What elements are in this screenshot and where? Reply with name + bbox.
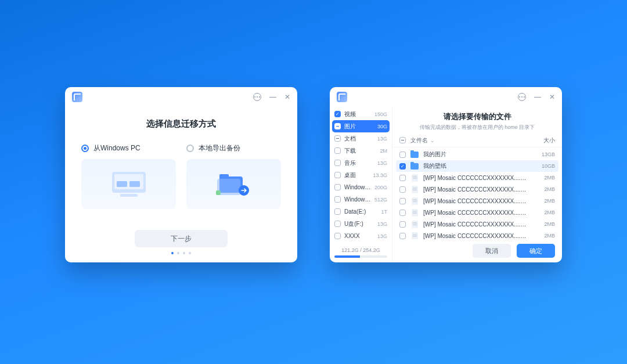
radio-icon[interactable] — [186, 145, 194, 152]
file-size: 2MB — [532, 210, 555, 215]
chevron-down-icon: ⌄ — [430, 138, 435, 143]
checkbox-icon[interactable] — [399, 198, 406, 204]
titlebar: ⋯ ✕ — [65, 87, 297, 107]
sidebar-item[interactable]: XXXX13G — [330, 230, 392, 242]
checkbox-icon[interactable] — [399, 186, 406, 193]
sidebar-item[interactable]: 音乐13G — [330, 157, 392, 169]
col-name[interactable]: 文件名⌄ — [410, 136, 527, 145]
close-icon[interactable]: ✕ — [284, 93, 290, 100]
main-title: 请选择要传输的文件 — [398, 111, 556, 122]
sidebar-item[interactable]: 视频150G — [330, 108, 392, 120]
file-icon — [410, 232, 419, 239]
more-icon[interactable]: ⋯ — [518, 93, 526, 101]
checkbox-icon[interactable] — [399, 221, 406, 228]
sidebar-item-size: 200G — [374, 185, 387, 190]
table-header: 文件名⌄ 大小 — [392, 134, 562, 147]
file-name: 我的壁纸 — [423, 162, 527, 170]
checkbox-icon[interactable] — [399, 233, 406, 239]
file-icon — [410, 208, 419, 217]
table-row[interactable]: 我的图片13GB — [396, 149, 558, 160]
option-from-windows[interactable]: 从Windows PC — [81, 143, 176, 209]
table-row[interactable]: 我的壁纸10GB — [396, 160, 558, 172]
storage-text: 121.2G / 254.2G — [334, 247, 387, 253]
file-size: 2MB — [532, 175, 555, 181]
checkbox-icon[interactable] — [399, 163, 406, 170]
sidebar-item-label: 视频 — [344, 110, 371, 118]
sidebar-item-label: Data(E:) — [344, 208, 377, 215]
table-row[interactable]: [WP] Mosaic CCCCCCCXXXXXXX....ss.jpg2MB — [396, 218, 558, 230]
sidebar-item-label: 图片 — [344, 122, 374, 131]
category-sidebar: 视频150G图片30G文档13G下载2M音乐13G桌面13.3GWindows(… — [330, 107, 392, 262]
page-title: 选择信息迁移方式 — [146, 118, 216, 129]
sidebar-item-size: 13G — [377, 233, 387, 239]
sidebar-item-size: 30G — [377, 124, 387, 129]
minimize-icon[interactable] — [534, 97, 541, 98]
checkbox-icon[interactable] — [334, 147, 341, 154]
checkbox-icon[interactable] — [334, 196, 341, 203]
table-row[interactable]: [WP] Mosaic CCCCCCCXXXXXXX....ss.jpg2MB — [396, 195, 558, 207]
checkbox-icon[interactable] — [399, 210, 406, 216]
option-local-backup[interactable]: 本地导出备份 — [186, 143, 281, 209]
checkbox-icon[interactable] — [334, 111, 341, 117]
file-name: 我的图片 — [423, 150, 527, 158]
checkbox-icon[interactable] — [334, 172, 341, 178]
file-name: [WP] Mosaic CCCCCCCXXXXXXX....ss.jpg — [423, 175, 527, 181]
table-row[interactable]: [WP] Mosaic CCCCCCCXXXXXXX....ss.jpg2MB — [396, 183, 558, 195]
table-row[interactable]: [WP] Mosaic CCCCCCCXXXXXXX....ss.jpg2MB — [396, 172, 558, 183]
sidebar-item[interactable]: Windows(C:)200G — [330, 181, 392, 193]
sidebar-item-label: Windows(D:) — [344, 196, 371, 203]
step-dots — [171, 252, 191, 254]
checkbox-icon[interactable] — [334, 135, 341, 142]
sidebar-item-label: 下载 — [344, 147, 376, 155]
cancel-button[interactable]: 取消 — [473, 244, 511, 258]
select-all-checkbox[interactable] — [399, 137, 406, 143]
sidebar-item-size: 13.3G — [373, 172, 387, 178]
sidebar-item[interactable]: 文档13G — [330, 132, 392, 145]
minimize-icon[interactable] — [269, 97, 276, 98]
sidebar-item[interactable]: Windows(D:)512G — [330, 193, 392, 206]
file-size: 2MB — [532, 233, 555, 239]
sidebar-item[interactable]: Data(E:)1T — [330, 206, 392, 218]
folder-icon — [410, 162, 419, 170]
file-name: [WP] Mosaic CCCCCCCXXXXXXX....ss.jpg — [423, 186, 527, 193]
next-button[interactable]: 下一步 — [135, 230, 228, 247]
sidebar-item-label: 桌面 — [344, 171, 369, 179]
sidebar-item-label: 音乐 — [344, 159, 374, 167]
file-size: 2MB — [532, 186, 555, 192]
sidebar-item[interactable]: 图片30G — [332, 120, 390, 132]
more-icon[interactable]: ⋯ — [253, 93, 261, 101]
close-icon[interactable]: ✕ — [549, 93, 555, 100]
checkbox-icon[interactable] — [334, 160, 341, 166]
checkbox-icon[interactable] — [399, 175, 406, 181]
sidebar-item-label: Windows(C:) — [344, 184, 371, 190]
sidebar-item-size: 512G — [374, 197, 387, 203]
col-size[interactable]: 大小 — [532, 136, 555, 145]
sidebar-item[interactable]: 下载2M — [330, 145, 392, 157]
checkbox-icon[interactable] — [334, 184, 341, 190]
checkbox-icon[interactable] — [334, 123, 341, 129]
file-icon — [410, 185, 419, 193]
svg-rect-6 — [219, 174, 229, 179]
sidebar-item[interactable]: 桌面13.3G — [330, 169, 392, 181]
checkbox-icon[interactable] — [334, 233, 341, 239]
folder-illustration — [186, 159, 281, 209]
app-logo-icon — [337, 92, 347, 102]
sidebar-item[interactable]: U盘(F:)13G — [330, 218, 392, 230]
storage-meter: 121.2G / 254.2G — [330, 244, 392, 262]
file-icon — [410, 220, 419, 228]
folder-icon — [410, 150, 419, 158]
sidebar-item-size: 13G — [377, 160, 387, 166]
checkbox-icon[interactable] — [334, 208, 341, 215]
option-label: 本地导出备份 — [199, 143, 240, 153]
file-name: [WP] Mosaic CCCCCCCXXXXXXX....ss.jpg — [423, 210, 527, 216]
radio-icon[interactable] — [81, 145, 89, 152]
app-logo-icon — [72, 92, 82, 102]
checkbox-icon[interactable] — [399, 152, 406, 158]
table-row[interactable]: [WP] Mosaic CCCCCCCXXXXXXX....ss.jpg2MB — [396, 230, 558, 239]
table-row[interactable]: [WP] Mosaic CCCCCCCXXXXXXX....ss.jpg2MB — [396, 207, 558, 218]
checkbox-icon[interactable] — [334, 221, 341, 227]
confirm-button[interactable]: 确定 — [517, 244, 555, 258]
file-size: 2MB — [532, 198, 555, 204]
file-name: [WP] Mosaic CCCCCCCXXXXXXX....ss.jpg — [423, 198, 527, 204]
main-subtitle: 传输完成的数据，将被存放在用户的 home 目录下 — [398, 124, 556, 131]
